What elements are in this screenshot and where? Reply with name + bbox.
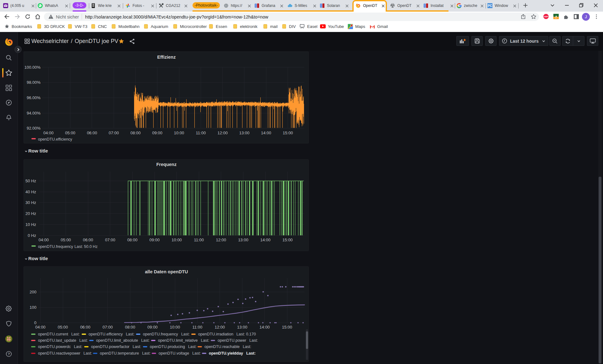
svg-text:11:00: 11:00: [194, 238, 204, 242]
svg-text:11:00: 11:00: [193, 325, 203, 329]
svg-text:10:00: 10:00: [171, 238, 182, 242]
svg-text:14:00: 14:00: [259, 325, 270, 329]
svg-text:Last: 50.0 Hz: Last: 50.0 Hz: [74, 244, 98, 249]
svg-text:04:00: 04:00: [35, 325, 46, 329]
svg-text:openDTU.efficiency: openDTU.efficiency: [38, 137, 73, 142]
svg-text:12:00: 12:00: [217, 131, 228, 135]
svg-text:96.00%: 96.00%: [27, 95, 41, 100]
svg-text:13:00: 13:00: [238, 238, 248, 242]
svg-text:04:00: 04:00: [43, 131, 54, 135]
svg-text:05:00: 05:00: [65, 131, 75, 135]
svg-text:Effizienz: Effizienz: [157, 55, 176, 60]
svg-text:?: ?: [8, 352, 10, 356]
svg-text:Frequenz: Frequenz: [156, 162, 177, 167]
svg-text:08:00: 08:00: [130, 131, 141, 135]
svg-text:13:00: 13:00: [239, 131, 250, 135]
svg-text:20 Hz: 20 Hz: [25, 211, 36, 216]
svg-text:15:00: 15:00: [283, 131, 293, 135]
svg-text:PC: PC: [488, 4, 492, 8]
svg-text:12:00: 12:00: [216, 238, 226, 242]
svg-text:0 Hz: 0 Hz: [28, 233, 36, 238]
svg-text:11:00: 11:00: [196, 131, 206, 135]
svg-text:07:00: 07:00: [109, 131, 119, 135]
svg-text:06:00: 06:00: [80, 325, 90, 329]
svg-text:14:00: 14:00: [260, 238, 271, 242]
svg-text:ABP: ABP: [544, 15, 548, 18]
svg-text:09:00: 09:00: [149, 238, 160, 242]
svg-text:200: 200: [30, 290, 36, 294]
svg-text:10:00: 10:00: [170, 325, 180, 329]
svg-text:100: 100: [30, 305, 36, 310]
svg-text:08:00: 08:00: [125, 325, 135, 329]
svg-text:08:00: 08:00: [127, 238, 138, 242]
svg-text:92.00%: 92.00%: [27, 126, 41, 131]
svg-text:0: 0: [34, 320, 36, 325]
svg-text:100.00%: 100.00%: [24, 65, 41, 70]
svg-text:98.00%: 98.00%: [27, 80, 41, 85]
svg-text:14:00: 14:00: [261, 131, 271, 135]
svg-text:94.00%: 94.00%: [27, 111, 41, 115]
svg-text:09:00: 09:00: [152, 131, 163, 135]
svg-text:04:00: 04:00: [39, 238, 49, 242]
svg-text:50 Hz: 50 Hz: [25, 179, 36, 183]
svg-text:10 Hz: 10 Hz: [25, 222, 36, 227]
svg-text:40 Hz: 40 Hz: [25, 190, 36, 194]
svg-text:05:00: 05:00: [58, 325, 68, 329]
svg-text:06:00: 06:00: [87, 131, 97, 135]
svg-text:a: a: [555, 14, 557, 18]
svg-text:alle Daten openDTU: alle Daten openDTU: [145, 269, 188, 274]
svg-text:15:00: 15:00: [282, 238, 293, 242]
svg-text:13:00: 13:00: [237, 325, 247, 329]
svg-text:07:00: 07:00: [103, 325, 113, 329]
svg-text:openDTU.frequency: openDTU.frequency: [38, 244, 73, 249]
svg-text:15:00: 15:00: [282, 325, 292, 329]
svg-text:06:00: 06:00: [83, 238, 93, 242]
svg-text:10:00: 10:00: [174, 131, 184, 135]
svg-text:09:00: 09:00: [147, 325, 158, 329]
svg-text:07:00: 07:00: [105, 238, 116, 242]
svg-text:30 Hz: 30 Hz: [25, 200, 36, 205]
svg-text:05:00: 05:00: [61, 238, 71, 242]
svg-text:12:00: 12:00: [215, 325, 225, 329]
